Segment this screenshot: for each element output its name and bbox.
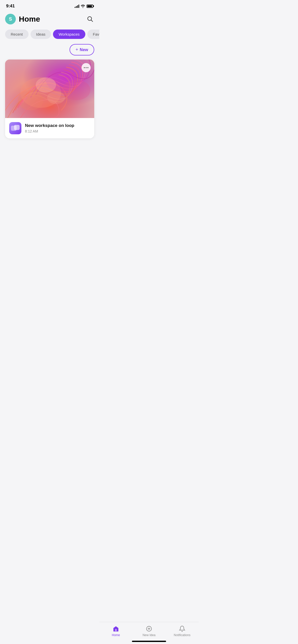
svg-point-8 (18, 90, 43, 110)
workspace-card[interactable]: New workspace on loop 8:12 AM (5, 60, 94, 138)
tab-workspaces[interactable]: Workspaces (53, 30, 85, 39)
plus-icon: + (76, 47, 78, 52)
new-btn-container: + New (0, 44, 99, 60)
main-content: + New (0, 44, 99, 168)
status-icons (75, 4, 93, 8)
workspace-icon (9, 122, 21, 134)
svg-rect-13 (14, 125, 20, 130)
dot (87, 67, 88, 68)
svg-point-11 (47, 91, 65, 104)
svg-point-9 (62, 80, 90, 100)
battery-icon (87, 5, 93, 8)
card-body: New workspace on loop 8:12 AM (5, 118, 94, 138)
filter-tabs: Recent Ideas Workspaces Favourites (0, 28, 99, 44)
search-icon (87, 16, 93, 22)
search-button[interactable] (86, 14, 94, 24)
tab-recent[interactable]: Recent (5, 30, 29, 39)
workspace-time: 8:12 AM (25, 129, 90, 133)
dot (86, 67, 87, 68)
svg-line-1 (91, 20, 93, 21)
signal-icon (75, 4, 79, 8)
page-title: Home (19, 15, 40, 23)
status-bar: 9:41 (0, 0, 99, 11)
workspace-artwork (5, 60, 94, 118)
card-more-button[interactable] (82, 63, 91, 72)
new-button-label: New (80, 48, 88, 52)
workspace-logo-icon (11, 125, 20, 132)
svg-point-10 (36, 77, 56, 93)
avatar[interactable]: S (5, 14, 16, 24)
workspace-title: New workspace on loop (25, 123, 90, 128)
card-image (5, 60, 94, 118)
tab-favourites[interactable]: Favourites (87, 30, 100, 39)
dot (84, 67, 85, 68)
wifi-icon (81, 5, 85, 8)
tab-ideas[interactable]: Ideas (31, 30, 51, 39)
header: S Home (0, 11, 99, 28)
status-time: 9:41 (6, 4, 15, 9)
new-button[interactable]: + New (70, 44, 94, 55)
